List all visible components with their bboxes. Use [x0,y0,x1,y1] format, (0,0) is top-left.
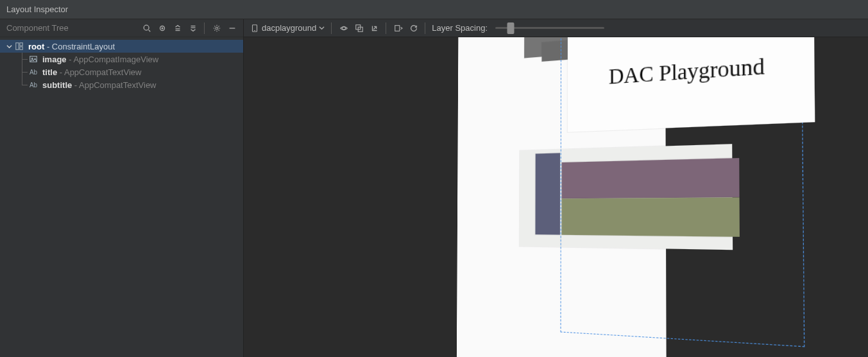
layout-icon [14,41,24,51]
svg-rect-20 [395,25,400,31]
tree-node-subtitle[interactable]: Ab subtitle - AppCompatTextView [0,78,243,91]
svg-point-14 [31,58,33,59]
component-tree-panel: Component Tree [0,19,244,357]
separator [386,22,386,34]
svg-line-1 [149,30,151,31]
node-name: root [28,42,44,51]
tree-connector [17,78,28,91]
tree-node-title[interactable]: Ab title - AppCompatTextView [0,65,243,78]
live-updates-icon[interactable] [391,21,405,35]
component-tree-header: Component Tree [0,19,243,37]
tree-connector [17,65,28,78]
window-title: Layout Inspector [6,4,68,14]
node-name: image [42,55,67,64]
window-titlebar: Layout Inspector [0,0,868,19]
text-icon: Ab [28,80,38,90]
svg-point-3 [162,28,163,29]
node-type: - ConstraintLayout [44,42,115,51]
chevron-down-icon [319,25,325,31]
node-type: - AppCompatTextView [57,67,141,77]
component-tree-title: Component Tree [6,23,69,33]
tree-node-root[interactable]: root - ConstraintLayout [0,40,243,53]
device-icon [250,24,259,33]
tree-connector [17,53,28,65]
svg-rect-10 [16,43,19,50]
expand-all-icon[interactable] [171,21,185,35]
layer-spacing-slider[interactable] [495,22,604,35]
overlay-icon[interactable] [352,21,366,35]
search-icon[interactable] [140,21,154,35]
layout-3d-viewport[interactable]: DAC Playground [244,37,868,357]
node-name: title [42,67,57,77]
filter-icon[interactable] [155,21,169,35]
svg-rect-12 [20,47,22,49]
separator [331,22,332,34]
settings-icon[interactable] [210,21,224,35]
component-tree: root - ConstraintLayout image - AppCompa… [0,37,243,94]
slider-thumb[interactable] [507,22,515,34]
viewer-toolbar: dacplayground Layer Sp [244,19,868,37]
preview-title-text: DAC Playground [608,52,764,89]
caret-down-icon[interactable] [5,42,13,50]
svg-point-8 [216,27,218,30]
layer-title-text[interactable]: DAC Playground [567,37,814,132]
layer-spacing-label: Layer Spacing: [432,23,488,33]
show-borders-icon[interactable] [337,21,351,35]
tree-node-image[interactable]: image - AppCompatImageView [0,53,243,65]
app-selector-label: dacplayground [262,23,316,33]
node-type: - AppCompatImageView [67,55,159,64]
export-icon[interactable] [368,21,382,35]
app-selector[interactable]: dacplayground [248,21,327,35]
node-name: subtitle [42,80,72,90]
refresh-icon[interactable] [407,21,421,35]
collapse-all-icon[interactable] [186,21,200,35]
text-icon: Ab [28,67,38,77]
node-type: - AppCompatTextView [72,80,156,90]
separator [204,22,205,34]
image-icon [28,54,38,64]
separator [425,22,425,34]
layer-image[interactable] [535,153,560,234]
svg-point-0 [144,25,149,30]
minimize-icon[interactable] [225,21,239,35]
svg-rect-11 [20,43,22,46]
